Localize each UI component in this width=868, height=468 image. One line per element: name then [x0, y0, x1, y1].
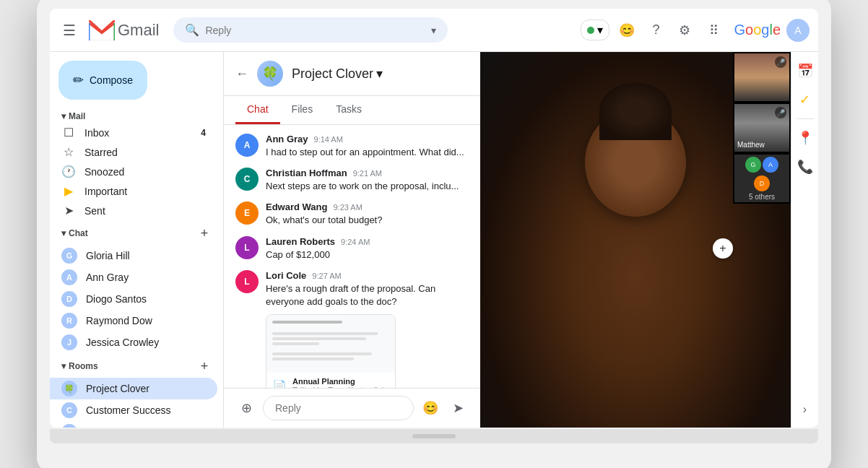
- snoozed-label: Snoozed: [84, 166, 124, 178]
- msg-name-christian: Christian Hoffman: [266, 168, 347, 178]
- mail-section-toggle[interactable]: ▾ Mail: [61, 111, 85, 121]
- sidebar-item-sent[interactable]: ➤ Sent: [50, 201, 217, 220]
- sidebar-room-customer-success[interactable]: C Customer Success: [50, 399, 217, 421]
- emoji-button[interactable]: 😊: [615, 19, 638, 42]
- sidebar-room-yosemite[interactable]: 🌲 Yosemite offsite: [50, 421, 217, 428]
- jessica-label: Jessica Crowley: [86, 337, 159, 348]
- msg-content-christian: Christian Hoffman 9:21 AM Next steps are…: [266, 168, 469, 193]
- reply-input[interactable]: [263, 396, 414, 420]
- snoozed-icon: 🕐: [61, 165, 76, 178]
- doc-preview-line2: [272, 337, 366, 340]
- customer-label: Customer Success: [86, 404, 170, 416]
- gmail-text: Gmail: [118, 21, 159, 40]
- meet-icon-button[interactable]: 📞: [792, 154, 818, 180]
- video-panel: 🎤 Matthew 🎤 G A: [480, 52, 791, 428]
- msg-time-edward: 9:23 AM: [333, 203, 362, 212]
- doc-icon: 📄: [272, 379, 287, 388]
- msg-avatar-edward: E: [235, 202, 259, 225]
- apps-button[interactable]: ⠿: [702, 19, 725, 42]
- compose-icon: ✏: [73, 72, 84, 88]
- doc-attachment[interactable]: 📄 Annual Planning Edited by Evan Kortend…: [266, 314, 396, 388]
- msg-avatar-christian: C: [235, 168, 259, 191]
- tasks-icon-button[interactable]: ✓: [792, 87, 818, 113]
- doc-preview-title-line: [272, 321, 342, 324]
- sidebar-chat-ann[interactable]: A Ann Gray: [50, 266, 217, 288]
- reply-bar: ⊕ 😊 ➤: [224, 388, 480, 428]
- important-icon: ▶: [61, 184, 76, 198]
- doc-title: Annual Planning: [292, 377, 386, 386]
- sent-label: Sent: [84, 205, 105, 217]
- customer-avatar: C: [61, 402, 77, 418]
- chat-tabs: Chat Files Tasks: [224, 96, 480, 125]
- user-avatar[interactable]: A: [786, 19, 810, 42]
- status-dot: [587, 27, 594, 34]
- ann-label: Ann Gray: [86, 272, 129, 283]
- search-bar[interactable]: 🔍 ▾: [173, 17, 448, 43]
- add-person-button[interactable]: +: [713, 238, 733, 259]
- add-room-button[interactable]: +: [194, 356, 214, 376]
- starred-icon: ☆: [61, 145, 76, 159]
- inbox-icon: ☐: [61, 126, 76, 139]
- send-button[interactable]: ➤: [447, 397, 469, 419]
- message-row: E Edward Wang 9:23 AM Ok, what's our tot…: [235, 202, 469, 227]
- sidebar-chat-jessica[interactable]: J Jessica Crowley: [50, 332, 217, 353]
- tab-tasks[interactable]: Tasks: [324, 96, 373, 124]
- sidebar-item-starred[interactable]: ☆ Starred: [50, 142, 217, 162]
- add-attachment-button[interactable]: ⊕: [235, 397, 257, 419]
- msg-time-christian: 9:21 AM: [353, 169, 382, 178]
- sidebar-chat-gloria[interactable]: G Gloria Hill: [50, 245, 217, 266]
- yosemite-avatar: 🌲: [61, 424, 77, 428]
- inbox-badge: 4: [201, 128, 206, 138]
- expand-sidebar-button[interactable]: ›: [803, 403, 807, 422]
- doc-preview-line4: [272, 352, 372, 355]
- mail-section-header: ▾ Mail: [50, 108, 223, 123]
- doc-preview: [266, 315, 395, 373]
- msg-text-christian: Next steps are to work on the proposal, …: [266, 180, 469, 193]
- sidebar-chat-raymond[interactable]: R Raymond Dow: [50, 310, 217, 332]
- sidebar-item-important[interactable]: ▶ Important: [50, 181, 217, 201]
- mail-arrow: ▾: [61, 111, 66, 121]
- tab-chat[interactable]: Chat: [235, 96, 280, 124]
- emoji-reply-button[interactable]: 😊: [420, 397, 441, 419]
- sidebar-chat-diogo[interactable]: D Diogo Santos: [50, 288, 217, 310]
- status-button[interactable]: ▾: [581, 20, 609, 40]
- status-dropdown-icon[interactable]: ▾: [597, 23, 603, 37]
- rooms-section-toggle[interactable]: ▾ Rooms: [61, 361, 98, 371]
- msg-text-edward: Ok, what's our total budget?: [266, 214, 469, 227]
- msg-header-lori: Lori Cole 9:27 AM: [266, 270, 469, 281]
- message-row: L Lori Cole 9:27 AM Here's a rough draft…: [235, 270, 469, 388]
- messages-area: A Ann Gray 9:14 AM I had to step out for…: [224, 125, 480, 388]
- add-chat-button[interactable]: +: [194, 223, 214, 243]
- msg-avatar-lauren: L: [235, 236, 259, 259]
- back-button[interactable]: ←: [235, 66, 248, 82]
- sidebar-item-snoozed[interactable]: 🕐 Snoozed: [50, 162, 217, 181]
- chat-section-toggle[interactable]: ▾ Chat: [61, 228, 88, 238]
- msg-content-lauren: Lauren Roberts 9:24 AM Cap of $12,000: [266, 236, 469, 261]
- sidebar: ✏ Compose ▾ Mail ☐ Inbox 4: [50, 52, 223, 428]
- calendar-icon-button[interactable]: 📅: [792, 58, 818, 84]
- rooms-section-header: ▾ Rooms +: [50, 353, 223, 378]
- right-sidebar: 📅 ✓ 📍 📞 ›: [791, 52, 818, 428]
- tab-files[interactable]: Files: [280, 96, 325, 124]
- msg-text-ann: I had to step out for an appointment. Wh…: [266, 146, 469, 159]
- menu-icon[interactable]: ☰: [58, 17, 80, 43]
- clover-label: Project Clover: [86, 383, 149, 394]
- sent-icon: ➤: [61, 204, 76, 217]
- mini-av-2: A: [763, 157, 778, 173]
- search-input[interactable]: [205, 25, 425, 36]
- inbox-label: Inbox: [84, 127, 109, 139]
- sidebar-item-inbox[interactable]: ☐ Inbox 4: [50, 123, 217, 142]
- settings-button[interactable]: ⚙: [673, 19, 696, 42]
- doc-footer: 📄 Annual Planning Edited by Evan Kortend…: [266, 373, 395, 388]
- help-button[interactable]: ?: [644, 19, 667, 42]
- msg-content-lori: Lori Cole 9:27 AM Here's a rough draft o…: [266, 270, 469, 388]
- sidebar-room-project-clover[interactable]: 🍀 Project Clover: [50, 378, 217, 399]
- diogo-avatar: D: [61, 291, 77, 307]
- doc-preview-line3: [272, 342, 319, 345]
- maps-icon-button[interactable]: 📍: [792, 125, 818, 151]
- raymond-avatar: R: [61, 313, 77, 329]
- room-dropdown-icon[interactable]: ▾: [376, 66, 383, 82]
- search-dropdown-icon[interactable]: ▾: [431, 25, 436, 36]
- msg-text-lori: Here's a rough draft of the proposal. Ca…: [266, 282, 469, 308]
- compose-button[interactable]: ✏ Compose: [58, 61, 147, 100]
